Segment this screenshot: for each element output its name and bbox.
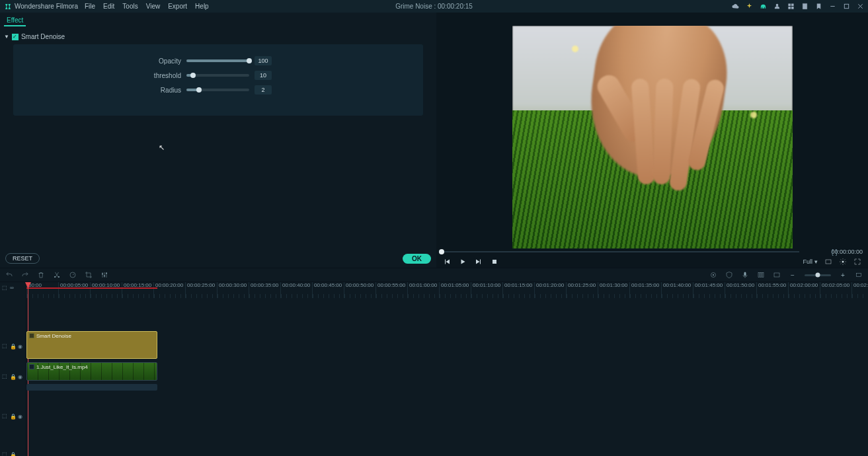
effect-header[interactable]: ▼ ✓ Smart Denoise xyxy=(0,26,436,44)
reset-button[interactable]: RESET xyxy=(5,253,40,264)
ruler-tick: 00:01:35:00 xyxy=(629,282,661,298)
effect-tab-bar: Effect xyxy=(0,13,436,26)
bookmark-icon[interactable] xyxy=(814,3,822,11)
zoom-slider[interactable] xyxy=(805,274,831,276)
main-menu: File Edit Tools View Export Help xyxy=(85,3,209,10)
project-title: Grime Noise : 00:00:20:15 xyxy=(395,3,473,10)
timeline-audio-clip[interactable] xyxy=(26,384,157,391)
next-frame-button[interactable] xyxy=(475,258,483,266)
track-head-audio[interactable]: ⬚🔒◉ xyxy=(0,413,26,419)
split-button[interactable] xyxy=(53,271,61,279)
play-button[interactable] xyxy=(459,258,467,266)
preview-video[interactable] xyxy=(512,26,793,248)
ruler-tick: 00:01:10:00 xyxy=(471,282,502,298)
transport-bar: Full▾ xyxy=(436,255,868,268)
link-icon[interactable]: ∞ xyxy=(10,285,15,290)
ruler-tick: 00:01:25:00 xyxy=(566,282,598,298)
ok-button[interactable]: OK xyxy=(403,254,431,264)
snapshot-button[interactable] xyxy=(824,258,832,266)
app-title: Wondershare Filmora xyxy=(15,3,78,10)
svg-rect-14 xyxy=(758,273,760,278)
menu-tools[interactable]: Tools xyxy=(122,3,138,10)
svg-rect-16 xyxy=(762,273,764,278)
video-clip-label: 1.Just_Like_It_Is.mp4 xyxy=(36,364,88,370)
grid-icon[interactable] xyxy=(787,3,795,11)
timeline-effect-clip[interactable]: Smart Denoise xyxy=(26,331,157,359)
close-icon[interactable] xyxy=(856,3,864,11)
ruler-tick: 00:00:05:00 xyxy=(58,282,90,298)
svg-rect-18 xyxy=(857,274,861,277)
threshold-value[interactable]: 10 xyxy=(255,71,272,80)
crop-button[interactable] xyxy=(85,271,93,279)
ruler-tick: 00:00:25:00 xyxy=(185,282,217,298)
zoom-in-button[interactable]: + xyxy=(839,271,847,279)
track-area[interactable]: Smart Denoise 1.Just_Like_It_Is.mp4 xyxy=(26,298,868,456)
mixer-button[interactable] xyxy=(757,271,765,279)
menu-file[interactable]: File xyxy=(85,3,95,10)
undo-button[interactable] xyxy=(5,271,13,279)
menu-edit[interactable]: Edit xyxy=(103,3,114,10)
radius-slider[interactable] xyxy=(186,89,249,91)
scrub-track[interactable] xyxy=(442,251,799,252)
timeline-video-clip[interactable]: 1.Just_Like_It_Is.mp4 xyxy=(26,362,157,381)
menu-export[interactable]: Export xyxy=(168,3,187,10)
cloud-icon[interactable] xyxy=(731,3,739,11)
track-head-tools: ⬚ ∞ xyxy=(0,285,26,290)
ruler-tick: 00:02:05:00 xyxy=(820,282,851,298)
zoom-fit-button[interactable] xyxy=(855,271,863,279)
stop-button[interactable] xyxy=(491,258,498,266)
adjust-button[interactable] xyxy=(100,271,108,279)
effect-name: Smart Denoise xyxy=(21,33,65,40)
ruler-tick: 00:00:15:00 xyxy=(122,282,153,298)
chevron-down-icon: ▼ xyxy=(4,34,9,40)
menu-view[interactable]: View xyxy=(146,3,161,10)
track-head-column: ⬚ ∞ ⬚🔒◉ ⬚🔒◉ ⬚🔒◉ ⬚🔒 xyxy=(0,282,26,456)
quality-dropdown[interactable]: Full▾ xyxy=(803,258,818,265)
radius-value[interactable]: 2 xyxy=(255,85,272,95)
account-icon[interactable] xyxy=(773,3,781,11)
speed-button[interactable] xyxy=(69,271,77,279)
mic-button[interactable] xyxy=(741,271,749,279)
render-button[interactable] xyxy=(773,271,781,279)
svg-point-4 xyxy=(842,260,844,262)
delete-button[interactable] xyxy=(37,271,45,279)
fullscreen-icon[interactable] xyxy=(853,258,861,266)
ruler-tick: 00:00:50:00 xyxy=(344,282,375,298)
notes-icon[interactable] xyxy=(801,3,809,11)
track-head-extra[interactable]: ⬚🔒 xyxy=(0,451,26,456)
minimize-icon[interactable] xyxy=(828,3,836,11)
scrub-bar: { } 00:00:00:00 xyxy=(436,248,868,255)
lock-icon[interactable]: 🔒 xyxy=(10,344,15,349)
maximize-icon[interactable] xyxy=(842,3,850,11)
threshold-slider[interactable] xyxy=(186,74,249,77)
menu-help[interactable]: Help xyxy=(195,3,209,10)
redo-button[interactable] xyxy=(21,271,29,279)
ruler-tick: 00:01:50:00 xyxy=(725,282,756,298)
opacity-value[interactable]: 100 xyxy=(255,56,272,65)
effect-enable-checkbox[interactable]: ✓ xyxy=(12,34,19,40)
time-ruler[interactable]: 00:0000:00:05:0000:00:10:0000:00:15:0000… xyxy=(26,282,868,298)
track-head-effect[interactable]: ⬚🔒◉ xyxy=(0,343,26,349)
ruler-tick: 00:02:10:00 xyxy=(851,282,868,298)
preview-stage xyxy=(436,13,868,248)
marker-button[interactable] xyxy=(709,271,717,279)
tab-effect[interactable]: Effect xyxy=(4,15,26,26)
zoom-out-button[interactable]: − xyxy=(789,271,797,279)
eye-icon[interactable]: ◉ xyxy=(18,344,23,349)
ruler-tick: 00:00 xyxy=(26,282,58,298)
ruler-tick: 00:00:40:00 xyxy=(280,282,312,298)
shield-button[interactable] xyxy=(725,271,733,279)
menubar-right xyxy=(731,3,864,11)
effect-card: Opacity 100 threshold 10 Radius 2 xyxy=(13,44,423,116)
settings-icon[interactable] xyxy=(839,258,847,266)
svg-rect-17 xyxy=(774,273,779,277)
svg-rect-3 xyxy=(826,260,831,264)
ruler-tick: 00:01:00:00 xyxy=(407,282,439,298)
track-head-video[interactable]: ⬚🔒◉ xyxy=(0,373,26,379)
svg-point-9 xyxy=(104,276,105,277)
sparkle-icon[interactable] xyxy=(745,3,753,11)
headphones-icon[interactable] xyxy=(759,3,767,11)
prev-frame-button[interactable] xyxy=(443,258,451,266)
opacity-slider[interactable] xyxy=(186,59,249,62)
magnet-icon[interactable]: ⬚ xyxy=(2,285,7,290)
